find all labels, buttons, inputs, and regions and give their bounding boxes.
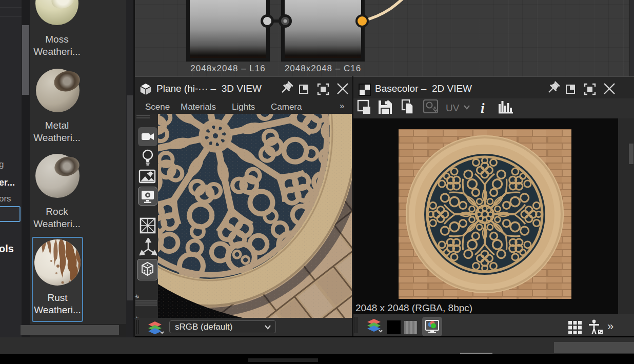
svg-text:UV: UV bbox=[446, 103, 460, 113]
svg-text:i: i bbox=[481, 100, 485, 116]
